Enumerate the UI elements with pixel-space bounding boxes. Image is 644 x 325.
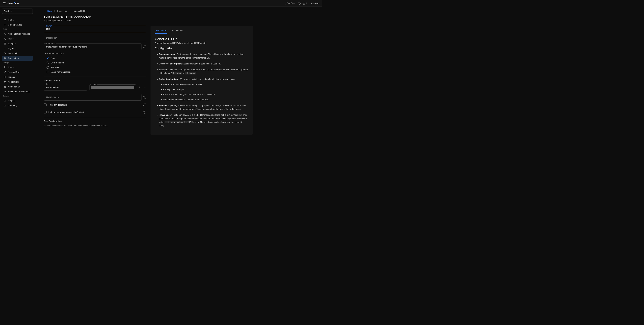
svg-point-3 — [4, 33, 5, 34]
header-key-input[interactable] — [44, 84, 87, 91]
hmac-secret-input[interactable] — [44, 94, 142, 101]
flag-icon — [4, 24, 6, 26]
help-item: HMAC Secret (Optional): HMAC is a method… — [159, 113, 248, 127]
separator: | — [54, 10, 55, 12]
trust-cert-checkbox[interactable] — [44, 104, 46, 106]
help-subitem: None: no authentication needed from the … — [163, 98, 248, 101]
trust-cert-label: Trust any certificate — [48, 103, 142, 106]
main-content: Back | Connectors / Generic HTTP Edit Ge… — [35, 7, 322, 163]
user-menu[interactable]: Iddo Mayblum — [303, 2, 319, 5]
nav-label: Authorization — [8, 86, 20, 88]
breadcrumb-connectors[interactable]: Connectors — [57, 10, 67, 12]
sidebar-item-access-keys[interactable]: Access Keys — [2, 70, 33, 75]
help-item: Authentication type: We support multiple… — [159, 77, 248, 101]
help-item: Base URL: The consistent part or the roo… — [159, 68, 248, 75]
back-label: Back — [48, 10, 52, 12]
sidebar-item-auth-methods[interactable]: Authentication Methods — [2, 31, 33, 36]
radio-label: API Key — [51, 66, 59, 69]
name-input[interactable] — [44, 26, 146, 33]
radio-basic[interactable]: Basic Authentication — [46, 71, 146, 73]
svg-rect-17 — [5, 81, 6, 82]
help-item: Headers (Optional): Some APIs require pa… — [159, 104, 248, 111]
svg-point-9 — [5, 67, 6, 67]
nav-label: Styles — [8, 47, 14, 50]
help-icon[interactable]: ? — [143, 103, 146, 106]
menu-icon[interactable] — [3, 3, 6, 4]
base-url-input[interactable] — [44, 44, 142, 50]
back-button[interactable]: Back — [44, 10, 52, 12]
nav-label: Home — [8, 19, 14, 21]
nav-label: Widgets — [8, 42, 16, 45]
puzzle-icon — [4, 57, 6, 60]
users-icon — [4, 66, 6, 69]
section-label-settings: Settings — [2, 94, 33, 98]
avatar-icon — [303, 2, 306, 5]
radio-none[interactable]: None — [46, 57, 146, 60]
help-icon[interactable]: ? — [143, 45, 146, 48]
nav-label: Getting Started — [8, 24, 22, 26]
nav-label: Authentication Methods — [8, 33, 30, 35]
chevron-down-icon — [29, 10, 31, 13]
help-title: Generic HTTP — [155, 37, 248, 41]
auth-type-label: Authentication Type — [45, 52, 146, 55]
test-config-desc: Use the test button to make sure your co… — [44, 125, 146, 127]
breadcrumb-current: Generic HTTP — [72, 10, 86, 12]
header-value-label: Value — [92, 84, 97, 86]
home-icon — [4, 19, 6, 21]
base-url-label: Base URL * — [46, 43, 56, 45]
sidebar-item-project[interactable]: Project — [2, 98, 33, 103]
header-value-input[interactable]: Value — [90, 84, 136, 90]
sidebar-item-widgets[interactable]: Widgets — [2, 41, 33, 46]
grid-icon — [4, 81, 6, 83]
help-item: Connector name: Custom name for your con… — [159, 52, 248, 60]
radio-label: Basic Authentication — [51, 71, 70, 73]
radio-icon — [46, 57, 49, 60]
help-subtitle: A general purpose HTTP client for all yo… — [155, 42, 248, 44]
svg-rect-18 — [4, 82, 5, 83]
sidebar-item-connectors[interactable]: Connectors — [2, 56, 33, 61]
project-switcher[interactable]: Zendesk — [2, 9, 33, 14]
sidebar-item-tenants[interactable]: Tenants — [2, 75, 33, 79]
svg-point-2 — [304, 3, 304, 3]
sidebar-item-flows[interactable]: Flows — [2, 36, 33, 41]
add-header-button[interactable]: + — [138, 86, 141, 89]
svg-rect-19 — [5, 82, 6, 83]
tab-test-results[interactable]: Test Results — [170, 29, 184, 34]
help-icon[interactable]: ? — [143, 111, 146, 114]
sidebar-item-home[interactable]: Home — [2, 18, 33, 22]
sidebar-item-getting-started[interactable]: Getting Started — [2, 22, 33, 27]
nav-label: Tenants — [8, 76, 16, 78]
help-icon[interactable]: ? — [143, 96, 146, 99]
widget-icon — [4, 42, 6, 45]
paid-plan-button[interactable]: Paid Plan — [285, 2, 296, 5]
svg-rect-16 — [4, 81, 5, 82]
header-key-label: Key — [46, 83, 50, 85]
nav-label: Project — [8, 99, 14, 102]
svg-rect-27 — [4, 100, 6, 101]
sidebar-item-company[interactable]: Company — [2, 103, 33, 108]
help-icon[interactable]: ? — [298, 2, 301, 5]
sidebar-item-audit[interactable]: Audit and Troubleshoot — [2, 89, 33, 94]
app-header: descpe Paid Plan ? Iddo Mayblum — [0, 0, 322, 7]
include-headers-label: Include response headers in Context — [48, 111, 142, 114]
building-icon — [4, 76, 6, 78]
description-input[interactable] — [44, 35, 146, 41]
page-subtitle: A general purpose HTTP client — [44, 20, 322, 22]
help-subitem: Basic authentication: (bad old) username… — [163, 93, 248, 96]
remove-header-button[interactable]: − — [144, 86, 146, 89]
radio-bearer[interactable]: Bearer Token — [46, 62, 146, 64]
nav-label: Users — [8, 66, 14, 69]
include-headers-checkbox[interactable] — [44, 111, 46, 114]
radio-icon — [46, 71, 49, 73]
nav-label: Flows — [8, 38, 14, 40]
sidebar-item-localization[interactable]: Localization — [2, 51, 33, 56]
tab-help-guide[interactable]: Help Guide — [155, 29, 167, 34]
sidebar-item-styles[interactable]: Styles — [2, 46, 33, 51]
radio-apikey[interactable]: API Key — [46, 66, 146, 69]
svg-rect-20 — [4, 87, 6, 88]
sidebar-item-users[interactable]: Users — [2, 65, 33, 70]
sidebar-item-authorization[interactable]: Authorization — [2, 84, 33, 89]
svg-rect-4 — [4, 38, 5, 39]
sidebar-item-applications[interactable]: Applications — [2, 79, 33, 84]
flow-icon — [4, 38, 6, 40]
